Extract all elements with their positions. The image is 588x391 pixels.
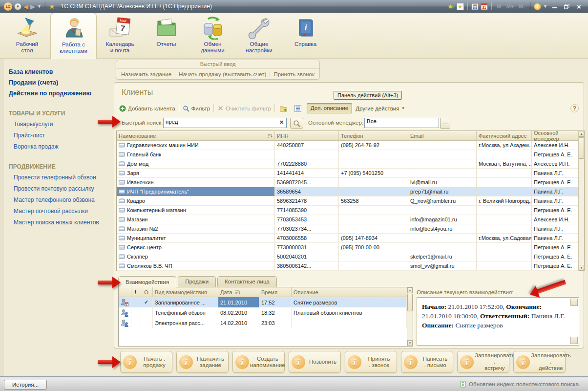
add-group-button[interactable] (278, 103, 289, 113)
scroll-up-icon[interactable]: ▲ (407, 287, 413, 293)
client-row[interactable]: Муниципалитет4703006558(095) 147-8934г.М… (117, 234, 578, 243)
clear-search-icon[interactable]: ✕ (279, 119, 284, 126)
sidebar-sublink-1-2[interactable]: Мастер телефонного обзвона (14, 196, 111, 204)
quick-input-link-1[interactable]: Начать продажу (выставить счет) (179, 71, 266, 77)
tab-1[interactable]: Продажи (178, 276, 216, 287)
search-input[interactable]: пред (163, 118, 287, 128)
clients-table-scrollbar[interactable]: ▲ ▼ (578, 131, 584, 271)
interactions-column-header-6[interactable]: Описание (292, 287, 407, 297)
action-button-write-letter[interactable]: iНаписать. письмо (401, 351, 453, 373)
sidebar-splitter[interactable] (0, 59, 3, 376)
memory-button-m[interactable]: M (497, 3, 501, 9)
sidebar-sublink-0-2[interactable]: Воронка продаж (14, 143, 111, 151)
interactions-column-header-5[interactable]: Время (259, 287, 292, 297)
client-row[interactable]: Главный банкПетрищев А. Е. (117, 150, 578, 159)
client-row[interactable]: Компьютерный магазин7714085390Петрищев А… (117, 206, 578, 215)
interactions-scrollbar[interactable]: ▲ ▼ (407, 287, 413, 346)
sidebar-sublink-1-4[interactable]: Мастер поиска новых клиентов (14, 219, 111, 226)
client-row[interactable]: Магазин7703053453info@magazin01.ruАлексе… (117, 215, 578, 224)
interactions-column-header-0[interactable] (119, 287, 131, 297)
client-row[interactable]: ИЧП "Предприниматель"36589654prep71@mail… (117, 187, 578, 196)
client-row[interactable]: Смоляков В.В. ЧП3805006142...smol_vv@gma… (117, 261, 578, 271)
tab-0[interactable]: Взаимодействия (118, 276, 176, 287)
toolbar-item-help[interactable]: iСправка (282, 13, 329, 59)
add-client-button[interactable]: Добавить клиента (119, 105, 175, 112)
column-header-4[interactable]: Фактический адрес (477, 131, 532, 140)
action-button-accept-call[interactable]: iПринять. звонок (345, 351, 397, 373)
extra-description-button[interactable]: Доп. описание (307, 103, 352, 113)
toolbar-item-data-exchange[interactable]: Обменданными (189, 13, 236, 59)
client-row[interactable]: Магазин №27703023734...info@best4you.ruП… (117, 224, 578, 234)
quick-input-link-2[interactable]: Принять звонок (273, 71, 315, 77)
history-button[interactable]: История... (4, 380, 47, 390)
scrollbar-thumb[interactable] (407, 294, 413, 311)
scroll-down-icon[interactable]: ▼ (407, 340, 413, 346)
scroll-down-icon[interactable]: ▼ (579, 265, 584, 271)
interactions-column-header-3[interactable]: Вид взаимодействия (153, 287, 218, 297)
history-dropdown-icon[interactable]: ▼ (37, 4, 42, 9)
client-row[interactable]: Заря141441414+7 (095) 5401250Панина Л.Г. (117, 169, 578, 178)
client-row[interactable]: Квадро5896321478563258Q_nov@rambler.ruг.… (117, 196, 578, 206)
back-icon[interactable]: ◀ (23, 3, 28, 10)
hierarchy-view-button[interactable] (293, 103, 303, 113)
sidebar-sublink-1-3[interactable]: Мастер почтовой рассылки (14, 208, 111, 215)
interactions-column-header-4[interactable]: Дата (218, 287, 259, 297)
forward-icon[interactable]: ▶ (30, 3, 35, 10)
other-actions-button[interactable]: Другие действия ▼ (356, 106, 405, 111)
action-button-call[interactable]: iПозвонить (289, 351, 341, 373)
clear-filter-button[interactable]: Очистить фильтр (217, 105, 271, 111)
column-header-3[interactable]: Email (408, 131, 477, 140)
memory-button-mplus[interactable]: M+ (506, 3, 514, 9)
action-panel-button[interactable]: Панель действий (Alt+3) (334, 91, 402, 100)
memory-button-mminus[interactable]: M- (519, 3, 525, 9)
tab-2[interactable]: Контактные лица (217, 276, 277, 287)
client-row[interactable]: Скэлпер5002040201skelper1@mail.ruПетрище… (117, 252, 578, 261)
scroll-down-icon[interactable] (570, 337, 578, 344)
action-button-plan-meeting[interactable]: iЗапланировать .встречу (457, 351, 509, 373)
toolbar-item-calendar-mail[interactable]: Май7Календарьи почта (97, 13, 143, 59)
main-menu-icon[interactable]: ▼ (14, 3, 21, 10)
column-header-2[interactable]: Телефон (339, 131, 408, 140)
client-row[interactable]: Иваночкин5369872045...ivl@mail.ruПетрище… (117, 178, 578, 187)
interaction-row[interactable]: Электронная расс...14.02.201023:03 (119, 318, 407, 328)
interactions-column-header-1[interactable]: ! (131, 287, 140, 297)
column-header-1[interactable]: ИНН (275, 131, 339, 140)
action-button-create-reminder[interactable]: iСоздатьнапоминание (232, 351, 285, 373)
column-header-0[interactable]: Наименование (117, 131, 275, 140)
help-button[interactable]: ? (570, 104, 579, 112)
calendar-icon[interactable]: 31 (481, 3, 488, 10)
column-header-5[interactable]: Основной менеджер (532, 131, 577, 140)
search-button[interactable] (290, 118, 303, 129)
client-row[interactable]: Сервис-центр7730000031(095) 700-00-00Пет… (117, 243, 578, 252)
scrollbar-thumb[interactable] (579, 137, 584, 159)
toolbar-item-clients[interactable]: Работа склиентами (50, 13, 97, 59)
sidebar-link-0[interactable]: База клиентов (9, 68, 111, 76)
manager-picker-button[interactable]: ... (440, 118, 450, 129)
restore-button[interactable] (561, 2, 573, 11)
sidebar-link-2[interactable]: Действия по продвижению (9, 90, 111, 97)
interaction-row[interactable]: 1✓Запланированное ...21.01.201017:52Снят… (119, 297, 407, 307)
add-favorite-icon[interactable]: ★▶ (447, 2, 455, 10)
favorites-star-icon[interactable]: ★ (49, 2, 55, 10)
sidebar-sublink-0-0[interactable]: Товары/услуги (14, 121, 111, 128)
toolbar-item-reports[interactable]: Отчеты (143, 13, 189, 59)
sidebar-sublink-0-1[interactable]: Прайс-лист (14, 132, 111, 139)
action-button-plan-action[interactable]: iЗапланировать .действие (513, 351, 566, 373)
interaction-row[interactable]: Телефонный обзвон08.02.201018:32Плановый… (119, 307, 407, 318)
info-icon[interactable]: i (534, 3, 541, 10)
client-row[interactable]: Гидравлических машин НИИ440250887(095) 2… (117, 141, 578, 150)
action-button-assign-task[interactable]: iНазначитьзадание (176, 351, 229, 373)
sidebar-sublink-1-0[interactable]: Провести телефонный обзвон (14, 174, 111, 181)
sidebar-sublink-1-1[interactable]: Провести почтовую рассылку (14, 185, 111, 193)
calculator-icon[interactable] (471, 3, 479, 10)
manager-filter-input[interactable]: Все (364, 118, 439, 128)
toolbar-item-desktop[interactable]: Рабочийстол (4, 13, 50, 59)
close-button[interactable]: × (573, 2, 585, 11)
info-dropdown-icon[interactable]: ▼ (543, 4, 547, 9)
1c-logo-icon[interactable]: 1С (4, 2, 12, 11)
toolbar-item-settings[interactable]: Общиенастройки (236, 13, 282, 59)
scroll-up-icon[interactable]: ▲ (579, 131, 584, 137)
action-button-start-sale[interactable]: iНачать .продажу (120, 351, 172, 373)
interactions-column-header-2[interactable]: О (140, 287, 153, 297)
quick-input-link-0[interactable]: Назначить задание (121, 71, 171, 77)
